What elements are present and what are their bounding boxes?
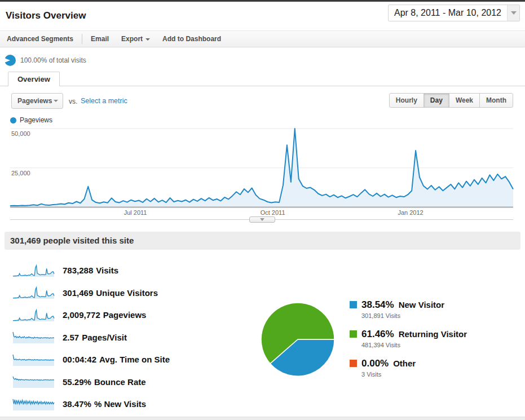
metric-value: 2.57 [63,333,79,342]
pages-per-visit-sparkline [12,330,55,344]
metric-dropdown[interactable]: Pageviews [11,93,63,109]
series-legend-label: Pageviews [20,116,52,124]
tab-overview[interactable]: Overview [8,72,60,86]
granularity-hourly-button[interactable]: Hourly [389,93,424,108]
granularity-button-group: Hourly Day Week Month [389,93,513,108]
svg-text:Oct 2011: Oct 2011 [261,209,285,216]
top-strip [0,0,525,2]
metric-label: % New Visits [94,399,146,409]
visitors-summary-bar: 301,469 people visited this site [5,232,520,250]
metrics-list: 783,288 Visits 301,469 Unique Visitors 2… [0,259,259,415]
metric-value: 2,009,772 [63,310,100,320]
svg-text:25,000: 25,000 [11,170,30,176]
visitor-type-pie-chart [258,299,337,381]
toolbar-divider [82,34,82,44]
visitors-overview-page: Visitors Overview Apr 8, 2011 - Mar 10, … [0,0,525,420]
new-visits-sparkline [12,397,55,411]
legend-square-icon [350,360,357,367]
bottom-strip [0,417,525,420]
tab-divider-line [0,86,525,86]
email-button[interactable]: Email [91,35,109,43]
metric-label: Pages/Visit [82,333,127,342]
pageviews-line-chart: 50,00025,000Jul 2011Oct 2011Jan 2012 [0,124,525,218]
chevron-down-icon [145,38,150,41]
select-metric-link[interactable]: Select a metric [81,97,127,105]
legend-name: Returning Visitor [399,329,467,339]
chevron-down-icon [54,100,58,102]
metric-row-visits: 783,288 Visits [0,259,259,282]
metric-value: 38.47% [63,399,91,409]
metric-row-bounce-rate: 55.29% Bounce Rate [0,371,259,394]
metric-value: 00:04:42 [63,355,96,364]
legend-name: New Visitor [399,300,444,310]
chevron-down-icon [511,11,517,15]
advanced-segments-button[interactable]: Advanced Segments [7,35,73,43]
pageviews-sparkline [12,308,55,322]
metric-value: 301,469 [63,288,93,298]
unique-visitors-sparkline [12,286,55,299]
svg-text:Jan 2012: Jan 2012 [398,209,423,216]
timeline-slider-handle[interactable] [249,216,275,223]
legend-percent: 0.00% [361,358,389,369]
export-button[interactable]: Export [121,35,150,43]
granularity-week-button[interactable]: Week [449,93,480,108]
legend-name: Other [393,359,416,368]
avg-time-sparkline [12,353,55,366]
metric-label: Unique Visitors [96,288,158,298]
vs-label: vs. [69,98,77,105]
legend-percent: 61.46% [361,329,394,340]
svg-text:Jul 2011: Jul 2011 [124,209,147,216]
visits-sparkline [12,264,55,277]
bounce-rate-sparkline [12,375,55,388]
metric-label: Avg. Time on Site [99,355,170,364]
legend-visits: 3 Visits [350,371,467,378]
metric-value: 783,288 [63,266,93,275]
metric-row-new-visits: 38.47% % New Visits [0,393,259,415]
metric-label: Visits [96,266,118,275]
metric-label: Bounce Rate [94,377,146,387]
series-dot-icon [10,117,16,123]
toolbar: Advanced Segments Email Export Add to Da… [0,30,525,47]
date-range-value: Apr 8, 2011 - Mar 10, 2012 [389,5,507,21]
legend-visits: 301,891 Visits [350,312,467,319]
metric-row-pages-per-visit: 2.57 Pages/Visit [0,326,259,349]
svg-text:50,000: 50,000 [11,130,30,137]
legend-square-icon [350,330,357,338]
metric-row-unique-visitors: 301,469 Unique Visitors [0,282,259,304]
pie-legend: 38.54% New Visitor 301,891 Visits 61.46%… [350,299,467,387]
date-range-dropdown-button[interactable] [507,5,519,21]
segment-summary-text: 100.00% of total visits [20,52,86,68]
pie-legend-other: 0.00% Other 3 Visits [350,358,467,378]
date-range-selector[interactable]: Apr 8, 2011 - Mar 10, 2012 [388,5,520,21]
pie-segment-icon [5,55,16,66]
metric-row-avg-time: 00:04:42 Avg. Time on Site [0,348,259,371]
granularity-day-button[interactable]: Day [423,93,449,108]
legend-percent: 38.54% [361,299,394,311]
metric-row-pageviews: 2,009,772 Pageviews [0,304,259,326]
metric-label: Pageviews [103,310,147,320]
metric-dropdown-value: Pageviews [17,97,52,105]
legend-visits: 481,394 Visits [350,342,467,348]
metric-value: 55.29% [63,377,91,387]
chevron-down-icon [260,218,264,221]
granularity-month-button[interactable]: Month [479,93,513,108]
pie-legend-returning-visitor: 61.46% Returning Visitor 481,394 Visits [350,329,467,348]
add-to-dashboard-button[interactable]: Add to Dashboard [162,35,221,43]
chart-legend: Pageviews [10,116,52,124]
legend-square-icon [350,301,357,308]
pie-legend-new-visitor: 38.54% New Visitor 301,891 Visits [350,299,467,319]
page-title: Visitors Overview [6,10,86,21]
